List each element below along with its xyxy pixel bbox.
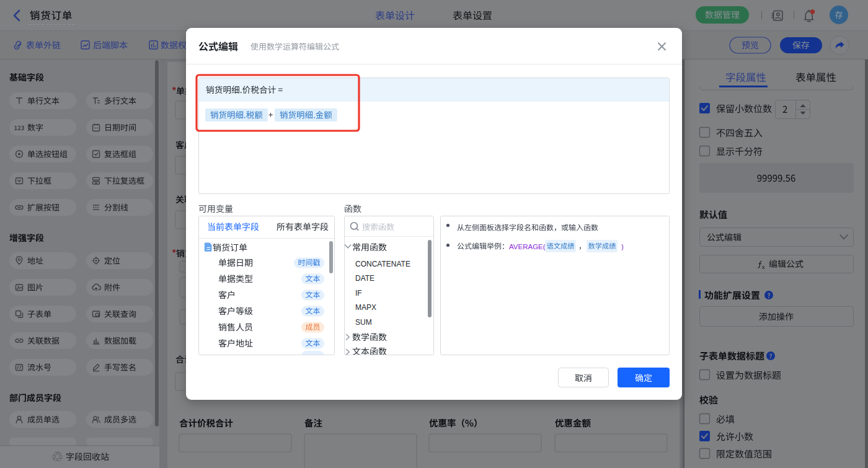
svg-text:SUM: SUM <box>355 318 372 327</box>
svg-text:MAPX: MAPX <box>355 303 376 312</box>
svg-text:IF: IF <box>355 289 362 298</box>
svg-text:DATE: DATE <box>355 274 374 283</box>
svg-text:): ) <box>621 243 624 250</box>
svg-text:AVERAGE(: AVERAGE( <box>509 243 546 250</box>
svg-text:CONCATENATE: CONCATENATE <box>355 260 410 268</box>
